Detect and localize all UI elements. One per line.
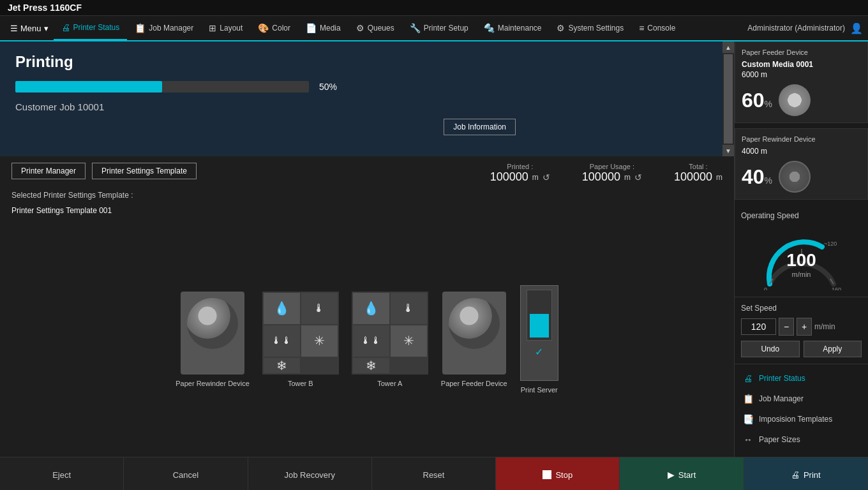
speed-minus-button[interactable]: −: [779, 318, 794, 336]
media-icon: 📄: [306, 23, 317, 33]
paper-usage-reset-icon[interactable]: ↺: [634, 172, 642, 182]
hamburger-icon: ☰: [10, 24, 18, 33]
sidebar-paper-icon: ↔: [742, 434, 754, 445]
menu-button[interactable]: ☰ Menu ▾: [5, 24, 54, 33]
nav-queues[interactable]: ⚙ Queues: [348, 16, 402, 40]
sidebar-nav-job-manager[interactable]: 📋 Job Manager: [735, 389, 868, 409]
bottom-action-bar: Eject Cancel Job Recovery Reset Stop ▶ S…: [0, 457, 868, 490]
undo-button[interactable]: Undo: [741, 341, 800, 357]
tower-b-box: 💧 🌡 🌡🌡 ✳ ❄: [262, 292, 339, 375]
reset-button[interactable]: Reset: [372, 457, 496, 490]
total-value-row: 100000 m: [674, 170, 722, 184]
progress-container: 50%: [15, 81, 707, 93]
left-controls: Printer Manager Printer Settings Templat…: [11, 163, 197, 215]
tower-b-cell-4: ✳: [301, 325, 338, 357]
nav-printer-status[interactable]: 🖨 Printer Status: [54, 16, 128, 40]
nav-console[interactable]: ≡ Console: [631, 16, 683, 40]
tower-a-cell-4: ✳: [391, 325, 427, 357]
rewinder-box: [181, 292, 244, 375]
stop-icon: [542, 470, 551, 479]
paper-rewinder-device: Paper Rewinder Device: [176, 292, 250, 387]
stop-button[interactable]: Stop: [496, 457, 620, 490]
scroll-down-button[interactable]: ▼: [722, 145, 734, 156]
paper-usage-value-row: 100000 m ↺: [582, 170, 642, 184]
tower-b-cell-1: 💧: [264, 293, 300, 324]
maintenance-icon: 🔩: [484, 23, 495, 33]
speed-plus-button[interactable]: +: [797, 318, 812, 336]
nav-color[interactable]: 🎨 Color: [250, 16, 298, 40]
tower-a-cell-2: 🌡: [391, 293, 427, 324]
sidebar-nav-printer-status[interactable]: 🖨 Printer Status: [735, 368, 868, 389]
speed-input-row: − + m/min: [741, 318, 862, 336]
operating-speed-title: Operating Speed: [741, 211, 862, 220]
cancel-button[interactable]: Cancel: [124, 457, 248, 490]
paper-usage-value: 100000: [582, 170, 620, 184]
rewinder-label: Paper Rewinder Device: [176, 380, 250, 387]
feeder-gauge: [779, 84, 811, 116]
nav-printer-setup[interactable]: 🔧 Printer Setup: [402, 16, 476, 40]
sidebar-console-icon: ≡: [742, 455, 754, 457]
job-recovery-button[interactable]: Job Recovery: [248, 457, 372, 490]
template-label: Selected Printer Settings Template :: [11, 191, 197, 200]
scroll-up-button[interactable]: ▲: [722, 41, 734, 53]
printed-label: Printed :: [507, 163, 533, 170]
feeder-box: [442, 292, 506, 375]
right-sidebar: Paper Feeder Device Custom Media 0001 60…: [734, 41, 868, 457]
tower-b-label: Tower B: [288, 380, 313, 387]
printer-settings-template-button[interactable]: Printer Settings Template: [92, 163, 197, 179]
job-icon: 📋: [135, 23, 146, 33]
print-button[interactable]: 🖨 Print: [744, 457, 868, 490]
layout-icon: ⊞: [209, 23, 216, 33]
nav-maintenance[interactable]: 🔩 Maintenance: [476, 16, 550, 40]
rewinder-card-meters: 4000 m: [742, 147, 861, 156]
nav-layout[interactable]: ⊞ Layout: [201, 16, 250, 40]
speed-value: 100: [786, 250, 816, 271]
settings-icon: ⚙: [557, 23, 565, 33]
sidebar-nav-console[interactable]: ≡ Console: [735, 450, 868, 457]
nav-system-settings[interactable]: ⚙ System Settings: [549, 16, 631, 40]
rewinder-display: [181, 292, 244, 375]
setup-icon: 🔧: [410, 23, 421, 33]
start-button[interactable]: ▶ Start: [620, 457, 744, 490]
tower-a-box: 💧 🌡 🌡🌡 ✳ ❄: [352, 292, 428, 375]
rewinder-gauge: [779, 161, 811, 193]
apply-button[interactable]: Apply: [804, 341, 862, 357]
queues-icon: ⚙: [356, 23, 364, 33]
nav-job-manager[interactable]: 📋 Job Manager: [127, 16, 201, 40]
sidebar-nav-imposition-templates[interactable]: 📑 Imposision Templates: [735, 409, 868, 429]
user-icon: 👤: [850, 22, 863, 34]
job-name: Customer Job 10001: [15, 101, 707, 112]
tower-a-device: 💧 🌡 🌡🌡 ✳ ❄ Tower A: [352, 292, 428, 387]
user-info: Administrator (Administrator) 👤: [747, 22, 863, 34]
eject-button[interactable]: Eject: [0, 457, 124, 490]
printed-reset-icon[interactable]: ↺: [542, 172, 550, 182]
printing-title: Printing: [15, 53, 707, 71]
total-stat: Total : 100000 m: [674, 163, 722, 184]
scroll-thumb[interactable]: [724, 54, 733, 144]
total-unit: m: [716, 173, 722, 182]
speed-input-field[interactable]: [741, 318, 776, 335]
device-diagram: Paper Rewinder Device 💧 🌡 🌡🌡 ✳ ❄ Tower B…: [0, 221, 734, 457]
sidebar-imposition-icon: 📑: [742, 414, 754, 424]
paper-rewinder-card: Paper Rewinder Device 4000 m 40%: [735, 128, 868, 200]
printed-value-row: 100000 m ↺: [490, 170, 550, 184]
printed-stat: Printed : 100000 m ↺: [490, 163, 550, 184]
paper-feeder-card: Paper Feeder Device Custom Media 0001 60…: [735, 41, 868, 123]
printing-section: Printing 50% Customer Job 10001 Job Info…: [0, 41, 722, 156]
speed-unit: m/min: [786, 271, 816, 278]
feeder-card-inner: 60%: [742, 84, 861, 116]
printer-manager-button[interactable]: Printer Manager: [11, 163, 86, 179]
main-layout: Printing 50% Customer Job 10001 Job Info…: [0, 41, 868, 457]
title-bar: Jet Press 1160CF: [0, 0, 868, 16]
job-information-button[interactable]: Job Information: [444, 119, 516, 135]
feeder-label: Paper Feeder Device: [441, 380, 507, 387]
printed-value: 100000: [490, 170, 528, 184]
nav-media[interactable]: 📄 Media: [298, 16, 348, 40]
rewinder-card-inner: 40%: [742, 161, 861, 193]
print-server-label: Print Server: [521, 386, 558, 394]
paper-usage-label: Paper Usage :: [590, 163, 634, 170]
progress-bar-background: [15, 81, 309, 93]
sidebar-nav-paper-sizes[interactable]: ↔ Paper Sizes: [735, 429, 868, 450]
operating-speed-section: Operating Speed 0 ~120 160 100: [735, 205, 868, 297]
stats-row: Printed : 100000 m ↺ Paper Usage : 10000…: [490, 163, 722, 184]
